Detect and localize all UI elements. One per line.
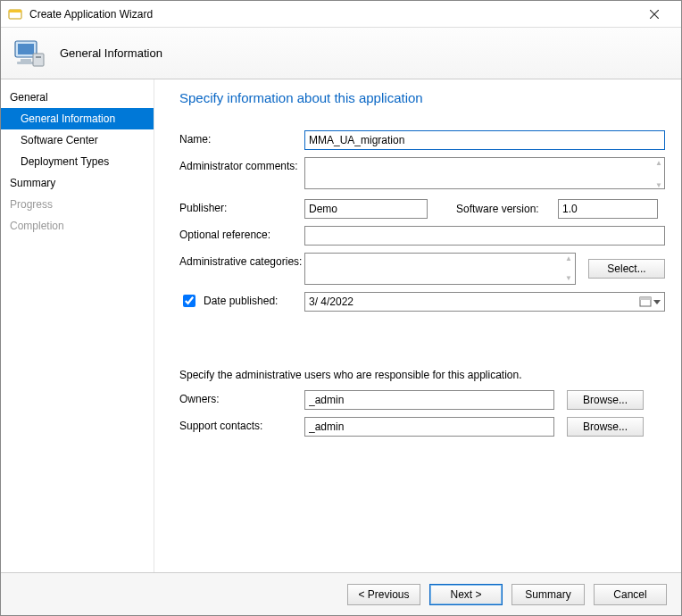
select-categories-button[interactable]: Select... <box>588 259 665 279</box>
computer-icon <box>12 36 47 71</box>
publisher-input[interactable] <box>304 199 428 219</box>
date-published-checkbox[interactable] <box>183 295 195 307</box>
sidebar-item-completion: Completion <box>1 215 154 237</box>
optional-reference-input[interactable] <box>304 226 665 246</box>
cancel-button[interactable]: Cancel <box>594 584 667 605</box>
label-owners: Owners: <box>179 390 304 405</box>
label-optional-reference: Optional reference: <box>179 226 304 241</box>
previous-button[interactable]: < Previous <box>347 584 420 605</box>
calendar-icon <box>639 296 652 308</box>
footer: < Previous Next > Summary Cancel <box>1 572 681 615</box>
owners-input[interactable] <box>304 390 554 410</box>
label-name: Name: <box>179 130 304 146</box>
sidebar-item-progress: Progress <box>1 194 154 215</box>
label-publisher: Publisher: <box>179 199 304 214</box>
main-panel: Specify information about this applicati… <box>154 79 681 572</box>
sidebar-item-general-information[interactable]: General Information <box>1 108 154 129</box>
close-button[interactable] <box>635 2 674 27</box>
sidebar-item-general[interactable]: General <box>1 87 154 108</box>
summary-button[interactable]: Summary <box>512 584 585 605</box>
support-contacts-input[interactable] <box>304 417 554 437</box>
scroll-down-icon: ▼ <box>564 275 573 282</box>
label-admin-categories: Administrative categories: <box>179 253 304 268</box>
sidebar-item-summary[interactable]: Summary <box>1 172 154 194</box>
chevron-down-icon <box>653 298 661 305</box>
date-published-value: 3/ 4/2022 <box>309 296 353 308</box>
label-date-published: Date published: <box>204 295 278 307</box>
close-icon <box>650 10 659 19</box>
wizard-window: Create Application Wizard General Inform… <box>0 0 682 616</box>
date-published-input[interactable]: 3/ 4/2022 <box>304 292 665 312</box>
admin-comments-input[interactable] <box>304 157 665 189</box>
svg-rect-9 <box>36 56 41 58</box>
banner: General Information <box>1 28 681 79</box>
label-support-contacts: Support contacts: <box>179 417 304 432</box>
svg-rect-1 <box>9 10 21 12</box>
sidebar-item-software-center[interactable]: Software Center <box>1 129 154 151</box>
admin-categories-box[interactable]: ▲▼ <box>304 253 576 285</box>
svg-rect-8 <box>33 54 44 66</box>
window-title: Create Application Wizard <box>29 8 635 21</box>
banner-title: General Information <box>60 46 162 60</box>
name-input[interactable] <box>304 130 665 150</box>
page-heading: Specify information about this applicati… <box>179 90 665 105</box>
label-admin-comments: Administrator comments: <box>179 157 304 172</box>
software-version-input[interactable] <box>558 199 658 219</box>
sidebar: GeneralGeneral InformationSoftware Cente… <box>1 79 154 572</box>
scroll-up-icon: ▲ <box>564 255 573 262</box>
body: GeneralGeneral InformationSoftware Cente… <box>1 79 681 572</box>
browse-support-contacts-button[interactable]: Browse... <box>567 417 644 437</box>
sidebar-item-deployment-types[interactable]: Deployment Types <box>1 151 154 172</box>
next-button[interactable]: Next > <box>429 584 503 605</box>
svg-marker-12 <box>653 300 661 304</box>
svg-rect-6 <box>21 59 31 62</box>
svg-rect-5 <box>18 44 34 54</box>
label-software-version: Software version: <box>456 203 551 215</box>
browse-owners-button[interactable]: Browse... <box>567 390 644 410</box>
svg-rect-7 <box>17 62 35 64</box>
app-icon <box>8 7 22 21</box>
section-responsible-text: Specify the administrative users who are… <box>179 369 665 381</box>
svg-rect-11 <box>640 297 651 300</box>
titlebar: Create Application Wizard <box>1 1 681 28</box>
